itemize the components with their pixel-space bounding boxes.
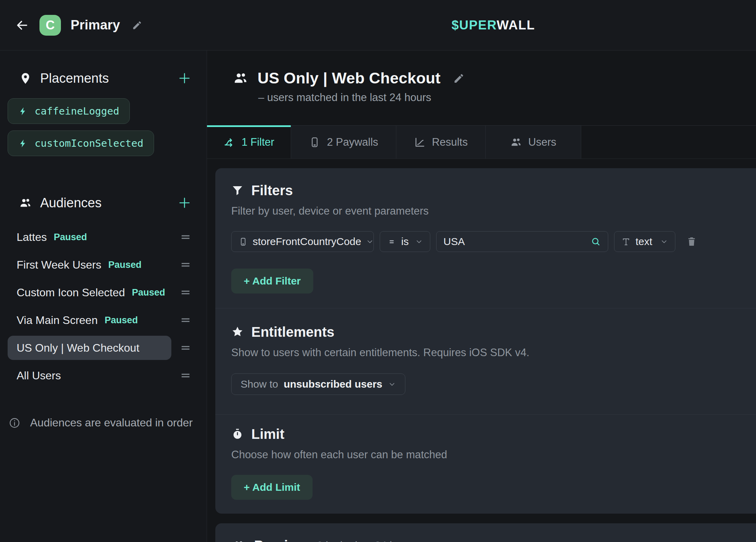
superwall-audience-page: C Primary $UPERWALL Placements caffeineL…: [0, 0, 756, 542]
logo-white-part: WALL: [497, 18, 535, 32]
entitlements-section: Entitlements Show to users with certain …: [231, 324, 742, 395]
add-placement-button[interactable]: [178, 71, 191, 85]
audience-row-via-main-screen[interactable]: Via Main Screen Paused: [0, 306, 207, 334]
drag-handle-icon[interactable]: [180, 287, 191, 298]
entitlements-title: Entitlements: [251, 324, 334, 340]
audiences-footnote: Audiences are evaluated in order: [9, 416, 196, 429]
tab-label: 2 Paywalls: [327, 136, 378, 148]
search-icon: [591, 237, 601, 247]
chevron-down-icon: [366, 238, 374, 246]
audience-header: US Only | Web Checkout – users matched i…: [207, 51, 756, 104]
placement-chip-caffeineLogged[interactable]: caffeineLogged: [8, 98, 130, 124]
paused-badge: Paused: [54, 232, 87, 243]
audiences-title: Audiences: [40, 196, 169, 210]
preview-header[interactable]: Preview 0 in the last 24 hours: [231, 538, 756, 542]
drag-handle-icon[interactable]: [180, 370, 191, 381]
matched-users-subtitle: – users matched in the last 24 hours: [258, 91, 756, 104]
chevron-down-icon: [660, 238, 668, 246]
audience-name: First Week Users: [17, 259, 101, 271]
placement-chip-label: caffeineLogged: [35, 105, 119, 117]
paused-badge: Paused: [105, 315, 138, 326]
placement-chip-customIconSelected[interactable]: customIconSelected: [8, 130, 154, 156]
delete-filter-trash-icon[interactable]: [686, 236, 697, 247]
tab-results[interactable]: Results: [396, 126, 485, 159]
filters-title: Filters: [251, 183, 293, 198]
chevron-down-icon: [415, 238, 423, 246]
edit-audience-pencil-icon[interactable]: [453, 73, 465, 84]
preview-meta: 0 in the last 24 hours: [317, 540, 416, 542]
info-icon: [9, 417, 20, 429]
audience-name: US Only | Web Checkout: [17, 342, 140, 354]
drag-handle-icon[interactable]: [180, 314, 191, 326]
page-title: US Only | Web Checkout: [258, 69, 441, 87]
placements-header: Placements: [19, 70, 191, 87]
paused-badge: Paused: [108, 260, 142, 270]
project-title: Primary: [71, 18, 120, 33]
parameter-dropdown[interactable]: storeFrontCountryCode: [231, 231, 374, 252]
tab-users[interactable]: Users: [485, 126, 581, 159]
tab-paywalls[interactable]: 2 Paywalls: [291, 126, 396, 159]
audience-name: All Users: [17, 369, 61, 382]
audience-name: Custom Icon Selected: [17, 286, 125, 299]
type-dropdown[interactable]: text: [614, 231, 675, 252]
lightning-bolt-icon: [18, 139, 28, 148]
operator-dropdown[interactable]: is: [380, 231, 430, 252]
tab-label: Users: [528, 136, 556, 148]
top-bar: C Primary $UPERWALL: [0, 0, 756, 51]
audience-row-lattes[interactable]: Lattes Paused: [0, 223, 207, 251]
operator-value: is: [401, 236, 409, 247]
superwall-logo: $UPERWALL: [451, 18, 535, 33]
preview-title: Preview: [254, 538, 306, 542]
tab-label: Results: [432, 136, 468, 148]
paused-badge: Paused: [132, 287, 165, 298]
map-pin-icon: [19, 72, 32, 85]
tab-bar: 1 Filter 2 Paywalls Results Users: [207, 125, 756, 159]
show-to-label: Show to: [241, 378, 278, 390]
main-content: US Only | Web Checkout – users matched i…: [207, 51, 756, 542]
smartphone-icon: [238, 237, 248, 246]
limit-title: Limit: [251, 426, 285, 442]
drag-handle-icon[interactable]: [180, 259, 191, 271]
users-icon: [510, 136, 522, 148]
text-type-icon: [621, 237, 631, 246]
show-to-dropdown[interactable]: Show to unsubscribed users: [231, 373, 405, 395]
audience-name: Lattes: [17, 231, 47, 244]
entitlements-description: Show to users with certain entitlements.…: [231, 346, 742, 359]
limit-description: Choose how often each user can be matche…: [231, 449, 742, 461]
star-icon: [231, 326, 244, 338]
users-icon: [231, 539, 246, 542]
avatar[interactable]: C: [39, 15, 61, 36]
filter-value: USA: [443, 236, 465, 247]
add-filter-button[interactable]: + Add Filter: [231, 269, 313, 293]
split-arrows-icon: [224, 136, 235, 148]
drag-handle-icon[interactable]: [180, 231, 191, 243]
show-to-value: unsubscribed users: [284, 378, 382, 390]
audience-row-us-only-web-checkout-selected[interactable]: US Only | Web Checkout: [0, 334, 207, 362]
tab-label: 1 Filter: [242, 136, 274, 148]
line-chart-icon: [414, 136, 426, 148]
add-audience-button[interactable]: [178, 196, 191, 210]
audiences-header: Audiences: [19, 195, 191, 211]
tab-filter[interactable]: 1 Filter: [207, 126, 291, 159]
filters-description: Filter by user, device or event paramete…: [231, 205, 742, 217]
filter-value-input[interactable]: USA: [436, 231, 608, 252]
users-icon: [233, 71, 249, 86]
placement-chip-label: customIconSelected: [35, 137, 143, 149]
stopwatch-icon: [231, 428, 244, 440]
audience-row-custom-icon-selected[interactable]: Custom Icon Selected Paused: [0, 279, 207, 306]
smartphone-icon: [309, 136, 321, 148]
drag-handle-icon[interactable]: [180, 342, 191, 354]
edit-project-pencil-icon[interactable]: [132, 20, 142, 30]
section-divider: [215, 414, 756, 415]
logo-teal-part: $UPER: [451, 18, 496, 32]
audience-row-first-week-users[interactable]: First Week Users Paused: [0, 251, 207, 279]
placements-title: Placements: [40, 71, 169, 86]
back-arrow-icon[interactable]: [15, 18, 30, 33]
placement-list: caffeineLogged customIconSelected: [8, 98, 207, 156]
filters-section: Filters Filter by user, device or event …: [231, 182, 742, 293]
add-limit-button[interactable]: + Add Limit: [231, 475, 313, 500]
users-icon: [19, 197, 32, 209]
sidebar: Placements caffeineLogged customIconSele…: [0, 51, 207, 542]
preview-card: Preview 0 in the last 24 hours: [215, 523, 756, 542]
audience-row-all-users[interactable]: All Users: [0, 362, 207, 389]
